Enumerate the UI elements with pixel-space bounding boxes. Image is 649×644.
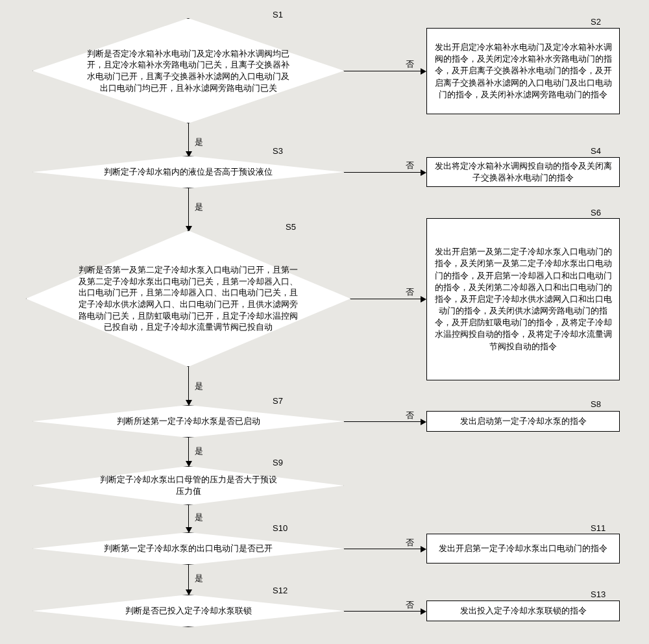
action-s11: 发出开启第一定子冷却水泵出口电动门的指令 (426, 534, 620, 564)
step-label-s4: S4 (591, 146, 601, 156)
decision-s3: 判断定子冷却水箱内的液位是否高于预设液位 (32, 156, 344, 188)
edge-no-s3: 否 (406, 160, 414, 171)
edge-yes-s1: 是 (195, 136, 203, 148)
step-label-s12: S12 (273, 586, 288, 595)
step-label-s2: S2 (591, 17, 601, 27)
action-s13: 发出投入定子冷却水泵联锁的指令 (426, 601, 620, 621)
step-label-s11: S11 (591, 523, 606, 533)
edge-yes-s9: 是 (195, 512, 203, 523)
action-s8-text: 发出启动第一定子冷却水泵的指令 (454, 413, 593, 430)
action-s13-text: 发出投入定子冷却水泵联锁的指令 (454, 602, 593, 619)
action-s6-text: 发出开启第一及第二定子冷却水泵入口电动门的指令，及关闭第一及第二定子冷却水泵出口… (427, 243, 619, 355)
edge-no-s5: 否 (406, 286, 414, 298)
edge-no-s12: 否 (406, 599, 414, 611)
decision-s12: 判断是否已投入定子冷却水泵联锁 (32, 595, 344, 627)
step-label-s7: S7 (273, 396, 283, 406)
decision-s9: 判断定子冷却水泵出口母管的压力是否大于预设压力值 (32, 466, 344, 505)
decision-s5: 判断是否第一及第二定子冷却水泵入口电动门已开，且第一及第二定子冷却水泵出口电动门… (26, 230, 350, 367)
step-label-s5: S5 (286, 222, 296, 232)
step-label-s9: S9 (273, 458, 283, 467)
edge-no-s10: 否 (406, 537, 414, 549)
decision-s12-text: 判断是否已投入定子冷却水泵联锁 (60, 605, 317, 617)
action-s2-text: 发出开启定冷水箱补水电动门及定冷水箱补水调阀的指令，及关闭定冷水箱补水旁路电动门… (427, 39, 619, 103)
step-label-s8: S8 (591, 399, 601, 409)
step-label-s10: S10 (273, 523, 288, 533)
decision-s1-text: 判断是否定冷水箱补水电动门及定冷水箱补水调阀均已开，且定冷水箱补水旁路电动门已关… (32, 48, 344, 93)
edge-yes-s3: 是 (195, 201, 203, 213)
step-label-s3: S3 (273, 146, 283, 156)
decision-s10: 判断第一定子冷却水泵的出口电动门是否已开 (32, 532, 344, 565)
action-s6: 发出开启第一及第二定子冷却水泵入口电动门的指令，及关闭第一及第二定子冷却水泵出口… (426, 218, 620, 380)
edge-yes-s5: 是 (195, 380, 203, 392)
action-s4-text: 发出将定冷水箱补水调阀投自动的指令及关闭离子交换器补水电动门的指令 (427, 158, 619, 186)
decision-s10-text: 判断第一定子冷却水泵的出口电动门是否已开 (39, 543, 337, 554)
action-s11-text: 发出开启第一定子冷却水泵出口电动门的指令 (432, 540, 614, 557)
step-label-s13: S13 (591, 589, 606, 599)
edge-yes-s7: 是 (195, 445, 203, 457)
action-s2: 发出开启定冷水箱补水电动门及定冷水箱补水调阀的指令，及关闭定冷水箱补水旁路电动门… (426, 28, 620, 114)
action-s8: 发出启动第一定子冷却水泵的指令 (426, 411, 620, 432)
step-label-s6: S6 (591, 208, 601, 217)
step-label-s1: S1 (273, 10, 283, 19)
decision-s7-text: 判断所述第一定子冷却水泵是否已启动 (52, 415, 325, 427)
decision-s1: 判断是否定冷水箱补水电动门及定冷水箱补水调阀均已开，且定冷水箱补水旁路电动门已关… (32, 18, 344, 123)
decision-s5-text: 判断是否第一及第二定子冷却水泵入口电动门已开，且第一及第二定子冷却水泵出口电动门… (26, 264, 350, 332)
action-s4: 发出将定冷水箱补水调阀投自动的指令及关闭离子交换器补水电动门的指令 (426, 157, 620, 187)
edge-yes-s10: 是 (195, 573, 203, 584)
edge-no-s1: 否 (406, 58, 414, 70)
flowchart: 判断是否定冷水箱补水电动门及定冷水箱补水调阀均已开，且定冷水箱补水旁路电动门已关… (0, 0, 649, 644)
decision-s9-text: 判断定子冷却水泵出口母管的压力是否大于预设压力值 (32, 474, 344, 497)
decision-s3-text: 判断定子冷却水箱内的液位是否高于预设液位 (45, 166, 331, 178)
decision-s7: 判断所述第一定子冷却水泵是否已启动 (32, 405, 344, 438)
edge-no-s7: 否 (406, 410, 414, 421)
